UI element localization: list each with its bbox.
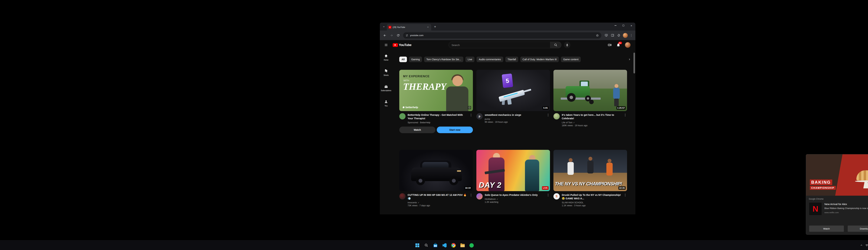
video-card[interactable]: 5 5:05 p smoothest mechanics in siege pu… bbox=[476, 70, 550, 133]
sidebar-item-shorts[interactable]: Shorts bbox=[380, 65, 392, 81]
browser-toolbar: youtube.com ⋮ bbox=[380, 31, 636, 40]
search-input[interactable] bbox=[452, 43, 547, 46]
chips-next-button[interactable] bbox=[626, 57, 632, 62]
chip-titanfall[interactable]: Titanfall bbox=[505, 57, 518, 62]
ad-info-icon[interactable]: ⓘ bbox=[468, 106, 471, 110]
chip-cod-mw3[interactable]: Call of Duty: Modern Warfare III bbox=[520, 57, 559, 62]
guide-menu-icon[interactable] bbox=[383, 42, 389, 48]
notification-watch-button[interactable]: Watch bbox=[809, 225, 844, 232]
url-text[interactable]: youtube.com bbox=[410, 34, 594, 37]
notifications-button[interactable]: 9+ bbox=[616, 43, 620, 47]
browser-menu-icon[interactable]: ⋮ bbox=[629, 33, 633, 37]
forward-button[interactable] bbox=[389, 32, 395, 38]
channel-avatar[interactable] bbox=[476, 193, 483, 199]
create-button[interactable] bbox=[608, 43, 612, 47]
browser-profile-avatar[interactable] bbox=[623, 33, 628, 38]
side-panel-icon[interactable] bbox=[610, 33, 615, 38]
kebab-menu-icon[interactable]: ⋮ bbox=[623, 193, 627, 207]
search-button[interactable] bbox=[550, 42, 561, 48]
video-thumbnail[interactable]: DAY 2 LIVE bbox=[476, 150, 550, 191]
minimize-button[interactable] bbox=[612, 23, 619, 29]
scrollbar-thumb[interactable] bbox=[633, 53, 635, 73]
channel-name[interactable]: innocentx✓ bbox=[408, 201, 467, 204]
ad-thumbnail[interactable]: MY EXPERIENCE WITH THERAPY betterhelp ⓘ bbox=[399, 70, 473, 111]
video-title[interactable]: smoothest mechanics in siege bbox=[485, 113, 544, 117]
chip-gaming[interactable]: Gaming bbox=[409, 57, 422, 62]
kebab-menu-icon[interactable]: ⋮ bbox=[546, 193, 550, 203]
channel-name[interactable]: Life of Tom✓ bbox=[562, 121, 621, 124]
channel-avatar[interactable]: S bbox=[553, 193, 560, 199]
wifi-icon[interactable] bbox=[865, 244, 868, 247]
sidebar-item-home[interactable]: Home bbox=[380, 50, 392, 65]
reload-button[interactable] bbox=[395, 32, 401, 38]
extensions-icon[interactable] bbox=[616, 33, 621, 38]
ad-watch-button[interactable]: Watch bbox=[399, 127, 435, 133]
ad-card[interactable]: MY EXPERIENCE WITH THERAPY betterhelp ⓘ … bbox=[399, 70, 473, 133]
chrome-notification-toast[interactable]: BAKING CHAMPIONSHIP Google Chrome ⚙ × N … bbox=[806, 154, 868, 235]
video-title[interactable]: CUTTING UP IN 900 HP G80 M3 AT 12 AM POV… bbox=[408, 193, 467, 200]
video-title[interactable]: Druski Pulled Up To the NY vs NY Champio… bbox=[562, 193, 621, 200]
maximize-button[interactable] bbox=[619, 23, 627, 29]
voice-search-button[interactable] bbox=[564, 42, 570, 48]
video-card[interactable]: THE NY VS NY CHAMPIONSHIP! 22:35 S Drusk… bbox=[553, 150, 627, 207]
ad-start-now-button[interactable]: Start now bbox=[437, 127, 473, 133]
start-button[interactable] bbox=[413, 242, 421, 249]
sidebar-item-subscriptions[interactable]: Subscriptions bbox=[380, 81, 392, 96]
chip-game-content[interactable]: Game content bbox=[561, 57, 581, 62]
video-thumbnail[interactable]: 5 5:05 bbox=[476, 70, 550, 111]
kebab-menu-icon[interactable]: ⋮ bbox=[546, 113, 550, 123]
channel-avatar[interactable] bbox=[553, 113, 560, 120]
chip-all[interactable]: All bbox=[399, 57, 407, 62]
install-app-icon[interactable] bbox=[603, 33, 609, 38]
youtube-account-avatar[interactable] bbox=[625, 42, 630, 48]
taskbar-search-button[interactable] bbox=[423, 242, 430, 249]
sidebar-item-you[interactable]: You bbox=[380, 96, 392, 111]
notification-hero-image[interactable]: BAKING CHAMPIONSHIP bbox=[806, 154, 868, 196]
video-card[interactable]: 1:25:57 It's taken Years to get here... … bbox=[553, 70, 627, 133]
video-card[interactable]: 18:19 CUTTING UP IN 900 HP G80 M3 AT 12 … bbox=[399, 150, 473, 207]
video-thumbnail[interactable]: 1:25:57 bbox=[553, 70, 627, 111]
video-card[interactable]: DAY 2 LIVE Solo Queue to Apex Predator A… bbox=[476, 150, 550, 207]
mic-icon bbox=[566, 43, 569, 46]
tab-close-icon[interactable]: × bbox=[426, 26, 430, 29]
channel-name[interactable]: HisWattson✓ bbox=[485, 198, 544, 200]
chip-audio-commentaries[interactable]: Audio commentaries bbox=[476, 57, 503, 62]
chip-live[interactable]: Live bbox=[465, 57, 474, 62]
new-tab-button[interactable]: + bbox=[433, 24, 437, 29]
video-title[interactable]: It's taken Years to get here... but it's… bbox=[562, 113, 621, 120]
back-button[interactable] bbox=[382, 32, 388, 38]
verified-badge-icon: ✓ bbox=[573, 122, 575, 124]
file-explorer-button[interactable] bbox=[459, 242, 466, 249]
address-bar[interactable]: youtube.com bbox=[403, 32, 601, 38]
tab-search-button[interactable] bbox=[381, 25, 386, 29]
store-button[interactable] bbox=[432, 242, 439, 249]
channel-avatar[interactable]: p bbox=[476, 113, 483, 120]
video-thumbnail[interactable]: THE NY VS NY CHAMPIONSHIP! 22:35 bbox=[553, 150, 627, 191]
video-title[interactable]: Solo Queue to Apex Predator Akimbo's Onl… bbox=[485, 193, 544, 197]
ad-title[interactable]: BetterHelp Online Therapy - Get Matched … bbox=[408, 113, 467, 120]
vscode-button[interactable] bbox=[441, 242, 448, 249]
duration-badge: 22:35 bbox=[618, 186, 626, 190]
channel-name[interactable]: pump bbox=[485, 118, 544, 120]
chip-rainbow-six[interactable]: Tom Clancy's Rainbow Six Sie... bbox=[424, 57, 463, 62]
hidden-icons-chevron-icon[interactable] bbox=[860, 244, 863, 247]
close-button[interactable]: × bbox=[627, 23, 636, 29]
kebab-menu-icon[interactable]: ⋮ bbox=[469, 113, 473, 124]
channel-avatar[interactable] bbox=[399, 193, 406, 199]
channel-name[interactable]: SLAM HIGH SCHOOL bbox=[562, 201, 621, 204]
tab-strip: (29) YouTube × + × bbox=[380, 23, 636, 31]
kebab-menu-icon[interactable]: ⋮ bbox=[623, 113, 627, 127]
advertiser-avatar[interactable] bbox=[399, 113, 406, 120]
gun-graphic bbox=[493, 85, 534, 108]
bookmark-star-icon[interactable] bbox=[596, 34, 599, 37]
green-app-button[interactable] bbox=[468, 242, 475, 249]
youtube-logo[interactable]: YouTube bbox=[393, 43, 411, 47]
site-info-icon[interactable] bbox=[406, 34, 408, 37]
browser-tab[interactable]: (29) YouTube × bbox=[387, 24, 431, 31]
chrome-button[interactable] bbox=[450, 242, 457, 249]
video-thumbnail[interactable]: 18:19 bbox=[399, 150, 473, 191]
page-scrollbar[interactable] bbox=[633, 40, 636, 214]
search-input-box[interactable] bbox=[448, 42, 550, 48]
notification-download-button[interactable]: Download bbox=[848, 225, 868, 232]
kebab-menu-icon[interactable]: ⋮ bbox=[469, 193, 473, 207]
